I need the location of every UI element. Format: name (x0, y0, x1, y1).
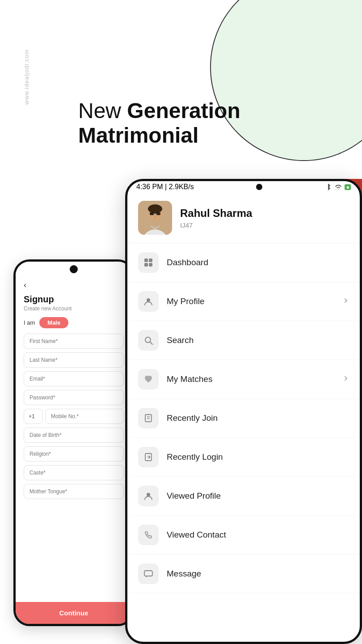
profile-id: IJ47 (180, 221, 252, 229)
mother-tongue-input[interactable] (24, 484, 124, 499)
menu-item-search[interactable]: Search (127, 321, 360, 360)
caste-input[interactable] (24, 465, 124, 480)
menu-status-bar: 4:36 PM | 2.9KB/s ■ (127, 181, 360, 193)
svg-rect-4 (150, 212, 154, 215)
first-name-input[interactable] (24, 334, 124, 349)
last-name-input[interactable] (24, 352, 124, 368)
svg-rect-8 (149, 258, 152, 262)
wifi-icon (335, 183, 342, 191)
continue-button[interactable]: Continue (16, 602, 132, 624)
svg-rect-9 (144, 263, 148, 267)
signup-content: ‹ Signup Create new Account I am Male +1 (16, 276, 132, 511)
my-matches-icon (138, 369, 159, 390)
male-button[interactable]: Male (39, 317, 68, 328)
viewed-contact-icon (138, 525, 159, 545)
dashboard-icon (138, 252, 159, 273)
recently-login-label: Recently Login (167, 452, 349, 462)
signup-title: Signup (24, 294, 124, 305)
camera-notch (256, 184, 262, 190)
menu-item-viewed-contact[interactable]: Viewed Contact (127, 516, 360, 555)
menu-item-recently-login[interactable]: Recently Login (127, 438, 360, 477)
bluetooth-icon (325, 183, 332, 191)
recently-join-label: Recently Join (167, 413, 349, 423)
recently-join-icon (138, 408, 159, 428)
viewed-profile-icon (138, 486, 159, 506)
watermark: www.idealjodi.com (23, 49, 30, 105)
svg-point-11 (147, 298, 150, 302)
message-icon (138, 564, 159, 584)
heading-line1-normal: New (78, 99, 127, 123)
status-time: 4:36 PM | 2.9KB/s (136, 183, 194, 191)
mobile-input[interactable] (45, 409, 124, 424)
menu-item-message[interactable]: Message (127, 555, 360, 593)
avatar (138, 201, 172, 235)
battery-icon: ■ (345, 184, 351, 190)
menu-item-viewed-profile[interactable]: Viewed Profile (127, 477, 360, 516)
email-input[interactable] (24, 371, 124, 386)
profile-name: Rahul Sharma (180, 207, 252, 220)
svg-rect-10 (149, 263, 152, 267)
iam-row: I am Male (24, 317, 124, 328)
svg-rect-5 (156, 212, 160, 215)
phone-row: +1 (24, 409, 124, 424)
status-icons: ■ (325, 183, 351, 191)
menu-item-dashboard[interactable]: Dashboard (127, 243, 360, 282)
svg-rect-7 (144, 258, 148, 262)
recently-login-icon (138, 447, 159, 467)
dob-input[interactable] (24, 428, 124, 443)
main-heading: New Generation Matrimonial (78, 98, 240, 148)
svg-point-18 (147, 493, 150, 496)
svg-point-12 (145, 337, 151, 343)
heading-line2-bold: Matrimonial (78, 123, 198, 147)
my-profile-label: My Profile (167, 297, 335, 306)
svg-line-13 (150, 342, 152, 344)
signup-subtitle: Create new Account (24, 305, 124, 312)
country-code[interactable]: +1 (24, 409, 42, 424)
viewed-profile-label: Viewed Profile (167, 491, 349, 501)
message-label: Message (167, 569, 349, 579)
svg-rect-14 (145, 415, 152, 422)
iam-label: I am (24, 319, 35, 326)
search-label: Search (167, 335, 349, 345)
avatar-image (138, 201, 172, 235)
dashboard-label: Dashboard (167, 258, 349, 267)
viewed-contact-label: Viewed Contact (167, 530, 349, 540)
my-matches-label: My Matches (167, 374, 335, 384)
menu-item-recently-join[interactable]: Recently Join (127, 399, 360, 438)
password-input[interactable] (24, 390, 124, 405)
profile-header: Rahul Sharma IJ47 (127, 193, 360, 243)
menu-phone: 4:36 PM | 2.9KB/s ■ (125, 179, 362, 644)
svg-rect-19 (144, 571, 152, 576)
search-icon (138, 330, 159, 351)
menu-item-my-matches[interactable]: My Matches (127, 360, 360, 399)
menu-item-my-profile[interactable]: My Profile (127, 282, 360, 321)
profile-info: Rahul Sharma IJ47 (180, 207, 252, 229)
my-profile-chevron (343, 297, 349, 305)
menu-list: DashboardMy ProfileSearchMy MatchesRecen… (127, 243, 360, 632)
back-button[interactable]: ‹ (24, 280, 124, 290)
svg-point-3 (148, 204, 162, 213)
religion-input[interactable] (24, 446, 124, 462)
signup-phone: ‹ Signup Create new Account I am Male +1… (13, 259, 134, 626)
phone-notch (70, 265, 78, 273)
my-profile-icon (138, 291, 159, 312)
heading-line1-bold: Generation (127, 99, 240, 123)
my-matches-chevron (343, 375, 349, 383)
